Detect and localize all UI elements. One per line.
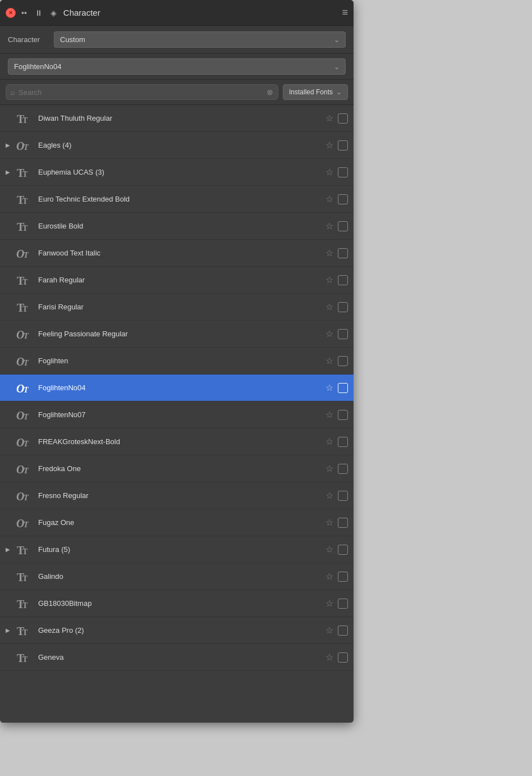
font-type-icon-futura: T T <box>15 541 33 559</box>
panel-title: Character <box>63 8 100 17</box>
svg-text:T: T <box>24 251 29 259</box>
font-checkbox-euphemia[interactable] <box>338 167 348 177</box>
title-bar-left: ✕ •• ⏸ ◈ Character <box>6 7 100 19</box>
svg-text:T: T <box>24 143 29 152</box>
favorite-star-fredoka[interactable]: ☆ <box>325 463 333 474</box>
installed-fonts-arrow: ⌄ <box>336 88 342 96</box>
dots-button[interactable]: •• <box>19 7 29 19</box>
font-item-foglihtenno04[interactable]: ▶ O T FoglihtenNo04 ☆ <box>0 375 354 401</box>
font-checkbox-eurostile[interactable] <box>338 221 348 231</box>
character-panel: ✕ •• ⏸ ◈ Character ≡ Character Custom ⌄ … <box>0 0 354 723</box>
font-item-farisi[interactable]: ▶ T T Farisi Regular ☆ <box>0 294 354 321</box>
font-item-foglihtenno07[interactable]: ▶ O T FoglihtenNo07 ☆ <box>0 401 354 428</box>
favorite-star-feeling-passionate[interactable]: ☆ <box>325 328 333 339</box>
font-type-icon-euro-technic: T T <box>15 190 33 208</box>
font-item-gb18030[interactable]: ▶ T T GB18030Bitmap ☆ <box>0 590 354 617</box>
font-type-icon-fredoka: O T <box>15 460 33 478</box>
font-item-geneva[interactable]: ▶ T T Geneva ☆ <box>0 644 354 671</box>
favorite-star-galindo[interactable]: ☆ <box>325 571 333 582</box>
favorite-star-gb18030[interactable]: ☆ <box>325 598 333 609</box>
font-item-diwan-thuluth[interactable]: ▶ T T Diwan Thuluth Regular ☆ <box>0 105 354 132</box>
search-clear-button[interactable]: ⊗ <box>267 88 273 97</box>
favorite-star-fugaz[interactable]: ☆ <box>325 517 333 528</box>
font-item-fresno[interactable]: ▶ O T Fresno Regular ☆ <box>0 482 354 509</box>
svg-text:T: T <box>22 655 28 664</box>
font-checkbox-foglihtenno04[interactable] <box>338 383 348 393</box>
font-type-icon-feeling-passionate: O T <box>15 325 33 343</box>
font-checkbox-fugaz[interactable] <box>338 518 348 528</box>
favorite-star-euro-technic[interactable]: ☆ <box>325 194 333 204</box>
font-checkbox-fresno[interactable] <box>338 491 348 501</box>
favorite-star-euphemia[interactable]: ☆ <box>325 167 333 177</box>
font-checkbox-foglihtenno07[interactable] <box>338 410 348 420</box>
favorite-star-fanwood[interactable]: ☆ <box>325 248 333 258</box>
font-checkbox-geeza[interactable] <box>338 626 348 636</box>
font-checkbox-feeling-passionate[interactable] <box>338 329 348 339</box>
favorite-star-futura[interactable]: ☆ <box>325 544 333 555</box>
font-checkbox-galindo[interactable] <box>338 572 348 582</box>
font-checkbox-farisi[interactable] <box>338 302 348 312</box>
svg-text:T: T <box>24 413 29 421</box>
font-item-euphemia[interactable]: ▶ T T Euphemia UCAS (3) ☆ <box>0 159 354 186</box>
font-item-galindo[interactable]: ▶ T T Galindo ☆ <box>0 563 354 590</box>
font-checkbox-eagles[interactable] <box>338 140 348 150</box>
menu-button[interactable]: ≡ <box>342 7 348 19</box>
favorite-star-farah[interactable]: ☆ <box>325 275 333 285</box>
font-checkbox-gb18030[interactable] <box>338 599 348 609</box>
font-checkbox-diwan-thuluth[interactable] <box>338 113 348 124</box>
font-type-icon-gb18030: T T <box>15 595 33 613</box>
font-item-euro-technic[interactable]: ▶ T T Euro Technic Extended Bold ☆ <box>0 186 354 213</box>
font-item-eurostile[interactable]: ▶ T T Eurostile Bold ☆ <box>0 213 354 240</box>
search-input[interactable] <box>19 88 263 97</box>
font-actions-foglihtenno07: ☆ <box>325 409 348 420</box>
character-dropdown[interactable]: Custom ⌄ <box>54 31 346 48</box>
favorite-star-geeza[interactable]: ☆ <box>325 625 333 636</box>
font-item-eagles[interactable]: ▶ O T Eagles (4) ☆ <box>0 132 354 159</box>
font-checkbox-fredoka[interactable] <box>338 464 348 474</box>
svg-text:T: T <box>24 467 29 475</box>
font-item-farah[interactable]: ▶ T T Farah Regular ☆ <box>0 267 354 294</box>
close-button[interactable]: ✕ <box>6 8 16 18</box>
favorite-star-geneva[interactable]: ☆ <box>325 652 333 663</box>
favorite-star-freak[interactable]: ☆ <box>325 436 333 447</box>
pause-button[interactable]: ⏸ <box>33 7 45 19</box>
font-item-geeza[interactable]: ▶ T T Geeza Pro (2) ☆ <box>0 617 354 644</box>
installed-fonts-button[interactable]: Installed Fonts ⌄ <box>283 84 348 100</box>
font-actions-feeling-passionate: ☆ <box>325 328 348 339</box>
font-checkbox-freak[interactable] <box>338 437 348 447</box>
font-checkbox-euro-technic[interactable] <box>338 194 348 204</box>
font-name-galindo: Galindo <box>38 572 325 581</box>
font-checkbox-futura[interactable] <box>338 545 348 555</box>
favorite-star-farisi[interactable]: ☆ <box>325 302 333 312</box>
font-type-icon-geeza: T T <box>15 622 33 640</box>
favorite-star-foglihten[interactable]: ☆ <box>325 355 333 366</box>
font-type-icon-fanwood: O T <box>15 244 33 262</box>
font-selector-dropdown[interactable]: FoglihtenNo04 ⌄ <box>8 58 346 75</box>
favorite-star-eagles[interactable]: ☆ <box>325 140 333 150</box>
font-checkbox-fanwood[interactable] <box>338 248 348 258</box>
font-item-fugaz[interactable]: ▶ O T Fugaz One ☆ <box>0 509 354 536</box>
font-checkbox-geneva[interactable] <box>338 652 348 663</box>
font-item-freak[interactable]: ▶ O T FREAKGroteskNext-Bold ☆ <box>0 428 354 455</box>
font-item-feeling-passionate[interactable]: ▶ O T Feeling Passionate Regular ☆ <box>0 321 354 348</box>
favorite-star-fresno[interactable]: ☆ <box>325 490 333 501</box>
favorite-star-foglihtenno04[interactable]: ☆ <box>325 382 333 393</box>
font-type-icon-freak: O T <box>15 433 33 451</box>
font-item-futura[interactable]: ▶ T T Futura (5) ☆ <box>0 536 354 563</box>
svg-text:T: T <box>24 332 29 340</box>
font-item-fanwood[interactable]: ▶ O T Fanwood Text Italic ☆ <box>0 240 354 267</box>
font-selector-arrow: ⌄ <box>334 63 340 71</box>
font-actions-foglihtenno04: ☆ <box>325 382 348 393</box>
svg-text:T: T <box>22 116 28 125</box>
font-item-fredoka[interactable]: ▶ O T Fredoka One ☆ <box>0 455 354 482</box>
favorite-star-eurostile[interactable]: ☆ <box>325 221 333 231</box>
font-checkbox-foglihten[interactable] <box>338 356 348 366</box>
favorite-star-diwan-thuluth[interactable]: ☆ <box>325 113 333 124</box>
font-name-foglihten: Foglihten <box>38 357 325 365</box>
font-checkbox-farah[interactable] <box>338 275 348 285</box>
font-item-foglihten[interactable]: ▶ O T Foglihten ☆ <box>0 348 354 375</box>
favorite-star-foglihtenno07[interactable]: ☆ <box>325 409 333 420</box>
character-dropdown-value: Custom <box>60 35 85 44</box>
expand-arrow: ▶ <box>6 142 12 148</box>
font-actions-farah: ☆ <box>325 275 348 285</box>
